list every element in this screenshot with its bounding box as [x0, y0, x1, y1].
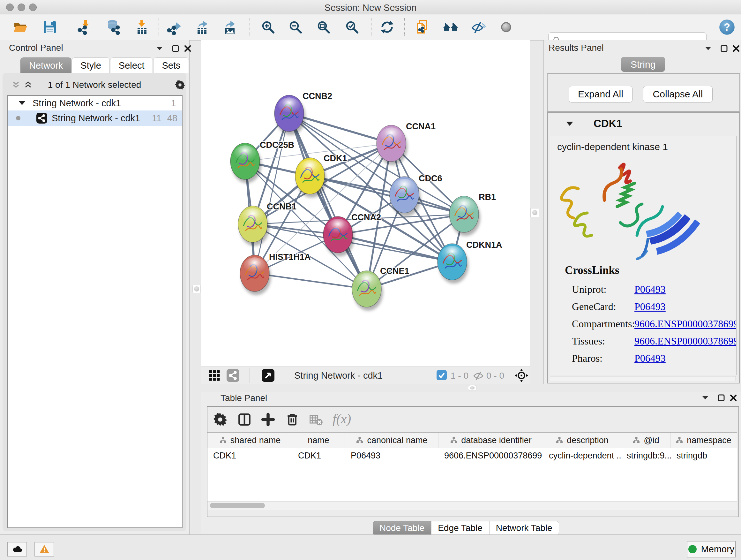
- float-panel-icon[interactable]: [171, 44, 180, 53]
- hide-selected-icon[interactable]: [471, 19, 486, 35]
- collapse-panel-icon[interactable]: [704, 44, 713, 53]
- network-edge[interactable]: [255, 113, 289, 273]
- right-splitter-handle[interactable]: [530, 208, 539, 217]
- export-image-icon[interactable]: [222, 19, 238, 35]
- network-node-CCNA2[interactable]: [323, 216, 354, 256]
- column-header-shared-name[interactable]: shared name: [207, 433, 292, 448]
- tab-node-table[interactable]: Node Table: [373, 521, 431, 535]
- export-table-icon[interactable]: [195, 19, 210, 35]
- network-node-CDK1[interactable]: [295, 158, 326, 198]
- open-session-icon[interactable]: [13, 19, 28, 35]
- network-node-CCNB2[interactable]: [274, 95, 306, 135]
- close-panel-icon[interactable]: [729, 393, 738, 402]
- grid-view-icon[interactable]: [208, 369, 221, 382]
- collapse-panel-icon[interactable]: [701, 393, 710, 402]
- column-header-name[interactable]: name: [292, 433, 345, 448]
- table-cell[interactable]: CDK1: [292, 448, 345, 463]
- cloud-status-button[interactable]: [7, 542, 27, 557]
- node-label-CDC6: CDC6: [419, 174, 442, 183]
- collection-expand-icon[interactable]: [18, 101, 25, 106]
- table-cell[interactable]: P06493: [345, 448, 439, 463]
- table-horizontal-scrollbar[interactable]: [207, 501, 737, 510]
- clone-network-icon[interactable]: [414, 19, 430, 35]
- column-header--id[interactable]: @id: [621, 433, 671, 448]
- crosslink-link[interactable]: P06493: [634, 284, 666, 295]
- column-header-namespace[interactable]: namespace: [671, 433, 736, 448]
- left-splitter-handle[interactable]: [192, 285, 201, 293]
- network-row[interactable]: String Network - cdk1 11 48: [8, 111, 182, 126]
- hidden-eye-slash-icon[interactable]: [473, 370, 484, 381]
- save-session-icon[interactable]: [42, 19, 57, 35]
- network-canvas[interactable]: CCNB2CCNA1CDC25BCDK1CDC6RB1CCNB1CCNA2CDK…: [201, 40, 530, 367]
- expand-all-button[interactable]: Expand All: [569, 86, 632, 103]
- help-icon[interactable]: ?: [719, 19, 735, 36]
- table-cell[interactable]: stringdb:9...: [621, 448, 671, 463]
- table-row[interactable]: CDK1CDK1P064939606.ENSP00000378699cyclin…: [207, 448, 737, 463]
- zoom-fit-icon[interactable]: [316, 19, 331, 35]
- network-node-CCNB1[interactable]: [238, 206, 269, 246]
- function-builder-icon[interactable]: f(x): [333, 411, 351, 427]
- crosslink-link[interactable]: 9606.ENSP00000378699: [634, 318, 737, 330]
- gene-accordion-header[interactable]: CDK1: [548, 113, 739, 135]
- tab-select[interactable]: Select: [110, 57, 153, 73]
- toolbar-separator: [68, 18, 68, 36]
- crosslink-link[interactable]: P06493: [634, 353, 666, 364]
- memory-label: Memory: [701, 544, 735, 555]
- bottom-splitter-handle[interactable]: [468, 385, 477, 391]
- detach-view-icon[interactable]: [262, 369, 274, 382]
- table-cell[interactable]: stringdb: [671, 448, 736, 463]
- zoom-out-icon[interactable]: [288, 19, 303, 35]
- delete-column-icon[interactable]: [285, 413, 299, 427]
- tab-sets[interactable]: Sets: [153, 57, 189, 73]
- table-cell[interactable]: CDK1: [207, 448, 292, 463]
- network-edge[interactable]: [289, 113, 367, 289]
- zoom-in-icon[interactable]: [260, 19, 276, 35]
- tab-edge-table[interactable]: Edge Table: [431, 521, 489, 535]
- birds-eye-view-icon[interactable]: [515, 368, 529, 382]
- tab-network-table[interactable]: Network Table: [489, 521, 559, 535]
- network-node-CDKN1A[interactable]: [437, 244, 468, 284]
- zoom-selected-icon[interactable]: [344, 19, 360, 35]
- network-node-HIST1H1A[interactable]: [240, 255, 271, 295]
- table-cell[interactable]: 9606.ENSP00000378699: [439, 448, 543, 463]
- crosslink-link[interactable]: 9606.ENSP00000378699: [634, 335, 737, 347]
- refresh-icon[interactable]: [380, 19, 395, 35]
- column-header-description[interactable]: description: [543, 433, 621, 448]
- network-node-CDC6[interactable]: [390, 177, 421, 216]
- column-header-database-identifier[interactable]: database identifier: [439, 433, 543, 448]
- warning-status-button[interactable]: [35, 542, 54, 557]
- close-panel-icon[interactable]: [183, 44, 192, 53]
- hidden-node-edge-counts: 0 - 0: [486, 371, 504, 381]
- import-network-database-icon[interactable]: [105, 19, 121, 35]
- show-hide-panels-icon[interactable]: [443, 19, 458, 35]
- tab-string[interactable]: String: [621, 57, 665, 72]
- network-edge[interactable]: [255, 273, 367, 289]
- float-panel-icon[interactable]: [717, 393, 726, 402]
- import-table-icon[interactable]: [134, 19, 149, 35]
- gene-expand-icon[interactable]: [565, 121, 574, 126]
- network-options-gear-icon[interactable]: [175, 80, 185, 90]
- tab-style[interactable]: Style: [72, 57, 110, 73]
- collapse-panel-icon[interactable]: [155, 44, 164, 53]
- table-cell[interactable]: cyclin-dependent ...: [543, 448, 621, 463]
- crosslink-link[interactable]: P06493: [634, 301, 666, 313]
- export-network-icon[interactable]: [167, 19, 183, 35]
- network-node-RB1[interactable]: [449, 196, 480, 236]
- import-network-file-icon[interactable]: [77, 19, 92, 35]
- delete-table-icon[interactable]: [309, 413, 323, 427]
- memory-button[interactable]: Memory: [687, 541, 736, 557]
- show-columns-icon[interactable]: [238, 413, 252, 427]
- scrollbar-thumb[interactable]: [210, 503, 265, 508]
- show-all-icon[interactable]: [498, 19, 514, 35]
- float-panel-icon[interactable]: [720, 44, 729, 53]
- network-collection-row[interactable]: String Network - cdk1 1: [8, 96, 182, 111]
- network-view-type-icon[interactable]: [226, 369, 239, 382]
- column-header-canonical-name[interactable]: canonical name: [345, 433, 439, 448]
- selected-checkbox-icon[interactable]: [436, 370, 447, 380]
- collapse-all-button[interactable]: Collapse All: [643, 86, 713, 103]
- add-column-icon[interactable]: [261, 413, 275, 427]
- network-node-CCNE1[interactable]: [352, 271, 383, 311]
- table-options-gear-icon[interactable]: [213, 413, 227, 427]
- tab-network[interactable]: Network: [20, 57, 71, 73]
- close-panel-icon[interactable]: [732, 44, 741, 53]
